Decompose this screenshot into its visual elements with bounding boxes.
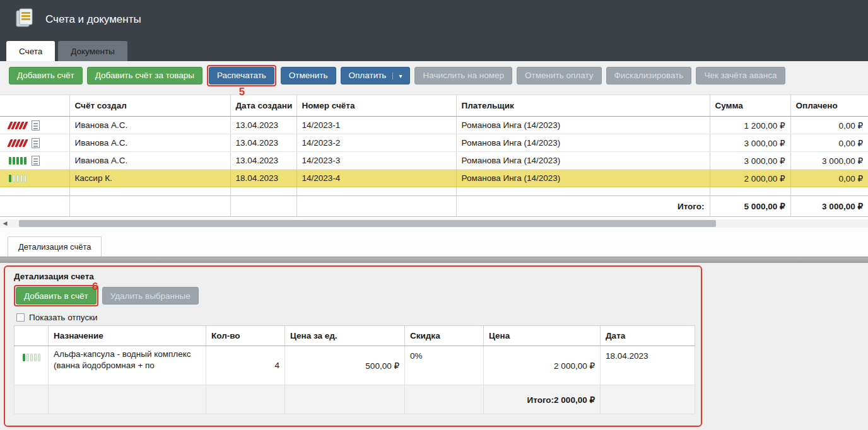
cell-payer: Романова Инга (14/2023): [456, 152, 710, 170]
cell-paid: 0,00 ₽: [790, 134, 868, 152]
toolbar-button-wrap: Отменить оплату: [517, 67, 601, 84]
horizontal-scrollbar[interactable]: ◀: [0, 219, 868, 228]
checkbox-icon[interactable]: [16, 313, 25, 322]
document-icon: [32, 120, 40, 131]
detail-header-row: Назначение Кол-во Цена за ед. Скидка Цен…: [15, 326, 695, 346]
documents-app-icon: [14, 7, 37, 32]
invoice-row[interactable]: Иванова А.С.13.04.202314/2023-3Романова …: [0, 152, 868, 170]
invoices-table: Счёт создал Дата создани Номер счёта Пла…: [0, 95, 868, 217]
cell-paid: 3 000,00 ₽: [790, 152, 868, 170]
col-discount[interactable]: Скидка: [405, 326, 484, 346]
cell-number: 14/2023-2: [296, 134, 456, 152]
toolbar-button-1[interactable]: Добавить счёт за товары: [87, 67, 202, 84]
toolbar-button-wrap: Начислить на номер: [414, 67, 512, 84]
status-icon: [9, 175, 26, 182]
cell-number: 14/2023-4: [296, 170, 456, 187]
checkbox-label: Показать отпуски: [29, 313, 98, 322]
splitter-handle[interactable]: [0, 257, 868, 263]
status-icon: [9, 139, 26, 147]
print-button-annotation-box: Распечатать5: [207, 65, 276, 86]
toolbar-button-2[interactable]: Распечатать: [209, 67, 274, 84]
annotation-6: 6: [92, 281, 98, 293]
toolbar-button-8[interactable]: Чек зачёта аванса: [696, 67, 785, 84]
detail-buttons: Добавить в счёт Удалить выбранные: [14, 285, 692, 306]
tab-invoice-detail[interactable]: Детализация счёта: [8, 236, 102, 257]
cell-icons: [0, 152, 69, 170]
tab-documents[interactable]: Документы: [58, 41, 127, 61]
total-sum: 5 000,00 ₽: [710, 196, 790, 217]
toolbar-button-3[interactable]: Отменить: [281, 67, 336, 84]
status-icon: [23, 354, 40, 361]
chevron-down-icon[interactable]: ▾: [392, 73, 402, 79]
col-name[interactable]: Назначение: [49, 326, 206, 346]
toolbar-button-4[interactable]: Оплатить▾: [341, 67, 411, 84]
document-icon: [32, 138, 40, 148]
status-icon: [9, 157, 26, 165]
app-window: Счета и документы Счета Документы Добави…: [0, 0, 868, 430]
col-sum[interactable]: Сумма: [710, 95, 790, 117]
detail-rows: Альфа-капсула - водный комплекс (ванна й…: [15, 346, 695, 385]
col-date[interactable]: Дата: [601, 326, 695, 346]
cell-date: 18.04.2023: [601, 346, 695, 385]
scroll-left-arrow[interactable]: ◀: [1, 219, 9, 228]
cell-price: 2 000,00 ₽: [484, 346, 601, 385]
add-to-invoice-button[interactable]: Добавить в счёт: [16, 287, 97, 305]
toolbar-button-wrap: Добавить счёт: [9, 67, 83, 84]
toolbar-button-wrap: Добавить счёт за товары: [87, 67, 202, 84]
invoice-row[interactable]: Кассир К.18.04.202314/2023-4Романова Инг…: [0, 170, 868, 187]
page-title: Счета и документы: [45, 13, 141, 26]
status-icon: [9, 122, 26, 129]
cell-created: 18.04.2023: [230, 170, 296, 187]
toolbar-button-6[interactable]: Отменить оплату: [517, 67, 601, 84]
cell-qty: 4: [206, 346, 285, 385]
col-unit-price[interactable]: Цена за ед.: [285, 326, 405, 346]
cell-sum: 2 000,00 ₽: [710, 170, 790, 187]
total-label: Итого:: [456, 196, 710, 217]
cell-created: 13.04.2023: [230, 152, 296, 170]
detail-total-row: Итого:2 000,00 ₽: [15, 385, 695, 414]
invoice-row[interactable]: Иванова А.С.13.04.202314/2023-2Романова …: [0, 134, 868, 152]
col-creator[interactable]: Счёт создал: [69, 95, 230, 117]
cell-number: 14/2023-3: [296, 152, 456, 170]
app-header: Счета и документы: [0, 0, 868, 39]
invoice-rows: Иванова А.С.13.04.202314/2023-1Романова …: [0, 117, 868, 187]
col-number[interactable]: Номер счёта: [296, 95, 456, 117]
annotation-5: 5: [239, 86, 245, 98]
cell-sum: 3 000,00 ₽: [710, 134, 790, 152]
toolbar-button-7[interactable]: Фискализировать: [606, 67, 692, 84]
col-paid[interactable]: Оплачено: [790, 95, 868, 117]
detail-title: Детализация счета: [14, 272, 692, 281]
col-qty[interactable]: Кол-во: [206, 326, 285, 346]
document-icon: [32, 156, 40, 166]
toolbar: Добавить счётДобавить счёт за товарыРасп…: [0, 61, 868, 95]
toolbar-button-wrap: Отменить: [281, 67, 336, 84]
col-created[interactable]: Дата создани: [230, 95, 296, 117]
cell-paid: 0,00 ₽: [790, 117, 868, 134]
invoice-row[interactable]: Иванова А.С.13.04.202314/2023-1Романова …: [0, 117, 868, 134]
invoices-total-row: Итого: 5 000,00 ₽ 3 000,00 ₽: [0, 196, 868, 217]
detail-table: Назначение Кол-во Цена за ед. Скидка Цен…: [14, 325, 695, 414]
col-payer[interactable]: Плательщик: [456, 95, 710, 117]
toolbar-button-wrap: Оплатить▾: [341, 67, 411, 84]
cell-payer: Романова Инга (14/2023): [456, 170, 710, 187]
col-price[interactable]: Цена: [484, 326, 601, 346]
cell-icons: [0, 134, 69, 152]
cell-created: 13.04.2023: [230, 134, 296, 152]
delete-selected-button[interactable]: Удалить выбранные: [102, 287, 199, 305]
cell-unit-price: 500,00 ₽: [285, 346, 405, 385]
toolbar-button-0[interactable]: Добавить счёт: [9, 67, 83, 84]
invoices-header-row: Счёт создал Дата создани Номер счёта Пла…: [0, 95, 868, 117]
total-paid: 3 000,00 ₽: [790, 196, 868, 217]
detail-panel-annotation-box: Детализация счета 6 Добавить в счёт Удал…: [4, 265, 702, 427]
tab-invoices[interactable]: Счета: [6, 41, 55, 61]
col-detail-status: [15, 326, 49, 346]
cell-name: Альфа-капсула - водный комплекс (ванна й…: [49, 346, 206, 385]
scrollbar-thumb[interactable]: [19, 220, 716, 227]
detail-row[interactable]: Альфа-капсула - водный комплекс (ванна й…: [15, 346, 695, 385]
show-vacations-checkbox-row[interactable]: Показать отпуски: [16, 311, 692, 323]
toolbar-button-5[interactable]: Начислить на номер: [414, 67, 512, 84]
cell-payer: Романова Инга (14/2023): [456, 117, 710, 134]
cell-discount: 0%: [405, 346, 484, 385]
cell-creator: Иванова А.С.: [69, 152, 230, 170]
main-tabs: Счета Документы: [0, 39, 868, 61]
